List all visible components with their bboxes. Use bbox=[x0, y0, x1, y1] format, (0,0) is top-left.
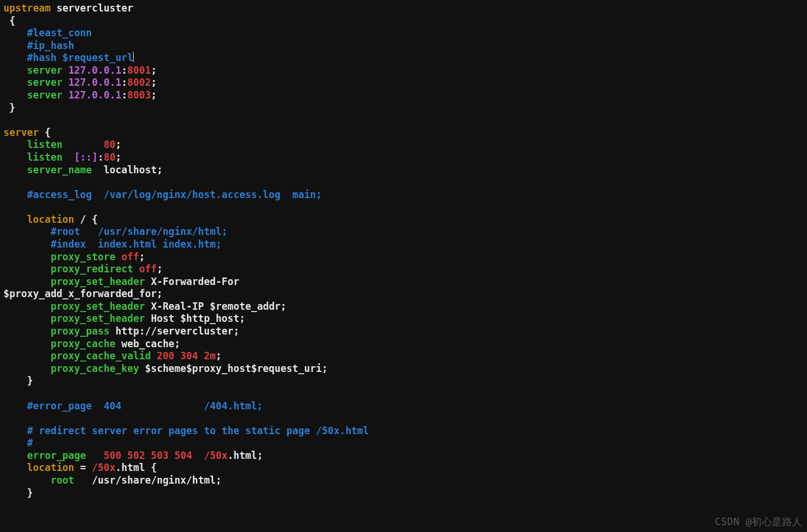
path-50x: /50x bbox=[204, 450, 228, 461]
kw-proxy-cache: proxy_cache bbox=[51, 338, 116, 349]
port-8001: 8001 bbox=[127, 64, 151, 76]
semi: ; bbox=[216, 350, 222, 362]
semi: ; bbox=[151, 77, 157, 88]
val-off: off bbox=[122, 251, 139, 263]
colon: : bbox=[122, 89, 127, 101]
kw-listen: listen bbox=[27, 151, 62, 163]
nginx-config: upstream servercluster { #least_conn #ip… bbox=[0, 0, 807, 501]
semi: ; bbox=[157, 263, 162, 275]
url-servercluster: http://servercluster; bbox=[116, 325, 240, 337]
code-503: 503 bbox=[151, 450, 169, 461]
semi: ; bbox=[157, 288, 162, 299]
kw-proxy-set-header: proxy_set_header bbox=[51, 313, 145, 324]
comment-redirect: # redirect server error pages to the sta… bbox=[27, 425, 369, 436]
ip: 127.0.0.1 bbox=[69, 89, 122, 101]
eq: = bbox=[80, 462, 86, 473]
kw-proxy-set-header: proxy_set_header bbox=[51, 276, 145, 287]
kw-server: server bbox=[3, 127, 39, 138]
semi: ; bbox=[139, 251, 145, 263]
kw-proxy-set-header: proxy_set_header bbox=[51, 301, 145, 312]
code-502: 502 bbox=[127, 450, 145, 461]
colon: : bbox=[98, 151, 104, 163]
kw-location: location bbox=[27, 462, 74, 473]
kw-proxy-cache-key: proxy_cache_key bbox=[51, 363, 139, 374]
brace: { bbox=[45, 127, 51, 138]
comment-hash: # bbox=[27, 437, 33, 449]
kw-proxy-pass: proxy_pass bbox=[51, 325, 109, 337]
val-304: 304 bbox=[180, 350, 198, 362]
comment-ip-hash: #ip_hash bbox=[27, 40, 74, 51]
brace: } bbox=[27, 487, 33, 499]
colon: : bbox=[122, 77, 127, 88]
hdr-host: Host bbox=[151, 313, 175, 324]
brace: { bbox=[92, 214, 98, 225]
kw-proxy-store: proxy_store bbox=[51, 251, 116, 263]
ext-html: .html; bbox=[228, 450, 263, 461]
path-root: /usr/share/nginx/html; bbox=[92, 474, 222, 486]
kw-server: server bbox=[27, 77, 62, 88]
comment-root: #root /usr/share/nginx/html; bbox=[51, 226, 228, 237]
semi: ; bbox=[239, 313, 245, 324]
port-8003: 8003 bbox=[127, 89, 151, 101]
kw-server: server bbox=[27, 64, 62, 76]
semi: ; bbox=[322, 363, 328, 374]
var-proxy-add-xff: $proxy_add_x_forwarded_for bbox=[3, 288, 157, 299]
comment-access-log: #access_log /var/log/nginx/host.access.l… bbox=[27, 189, 322, 200]
var-http-host: $http_host bbox=[180, 313, 239, 324]
kw-upstream: upstream bbox=[3, 2, 51, 14]
hdr-xff: X-Forwarded-For bbox=[151, 276, 240, 287]
hdr-x-real-ip: X-Real-IP bbox=[151, 301, 204, 312]
colon: : bbox=[122, 64, 127, 76]
watermark: CSDN @初心是路人 bbox=[715, 516, 802, 529]
kw-error-page: error_page bbox=[27, 450, 86, 461]
port-80: 80 bbox=[104, 139, 115, 150]
ipv6: [::] bbox=[74, 151, 98, 163]
ip: 127.0.0.1 bbox=[69, 77, 122, 88]
kw-listen: listen bbox=[27, 139, 62, 150]
comment-error-page: #error_page 404 /404.html; bbox=[27, 400, 263, 412]
val-2m: 2m bbox=[204, 350, 215, 362]
kw-server: server bbox=[27, 89, 62, 101]
kw-proxy-cache-valid: proxy_cache_valid bbox=[51, 350, 151, 362]
kw-proxy-redirect: proxy_redirect bbox=[51, 263, 133, 275]
var-remote-addr: $remote_addr bbox=[210, 301, 281, 312]
val-off: off bbox=[139, 263, 157, 275]
comment-least-conn: #least_conn bbox=[27, 27, 92, 39]
ext-html-brace: .html { bbox=[116, 462, 157, 473]
path-50x: /50x bbox=[92, 462, 116, 473]
ip: 127.0.0.1 bbox=[69, 64, 122, 76]
semi: ; bbox=[151, 64, 157, 76]
val-web-cache: web_cache; bbox=[122, 338, 180, 349]
cursor bbox=[133, 52, 134, 62]
kw-root: root bbox=[51, 474, 74, 486]
semi: ; bbox=[151, 89, 157, 101]
port-80: 80 bbox=[104, 151, 115, 163]
kw-server-name: server_name bbox=[27, 164, 92, 176]
path-slash: / bbox=[80, 214, 86, 225]
semi: ; bbox=[281, 301, 286, 312]
comment-hash-req: #hash $request_url bbox=[27, 52, 133, 63]
val-localhost: localhost; bbox=[104, 164, 162, 176]
brace: } bbox=[27, 375, 33, 386]
kw-location: location bbox=[27, 214, 74, 225]
val-200: 200 bbox=[157, 350, 175, 362]
semi: ; bbox=[116, 139, 122, 150]
brace: { bbox=[9, 15, 15, 26]
brace: } bbox=[9, 102, 15, 113]
semi: ; bbox=[116, 151, 122, 163]
upstream-name: servercluster bbox=[56, 2, 133, 14]
code-504: 504 bbox=[175, 450, 192, 461]
comment-index: #index index.html index.htm; bbox=[51, 238, 222, 250]
var-scheme-key: $scheme$proxy_host$request_uri bbox=[145, 363, 322, 374]
code-500: 500 bbox=[104, 450, 122, 461]
port-8002: 8002 bbox=[127, 77, 151, 88]
